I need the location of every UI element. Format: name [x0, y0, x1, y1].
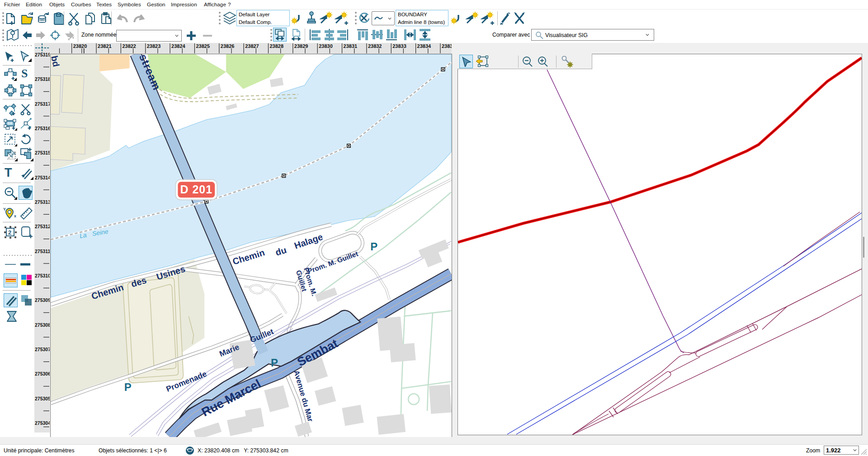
- svg-text:23826: 23826: [221, 43, 235, 49]
- svg-text:275312: 275312: [35, 224, 50, 229]
- svg-text:275305: 275305: [35, 396, 50, 401]
- svg-text:275316: 275316: [35, 126, 50, 131]
- svg-text:D 201: D 201: [180, 183, 213, 196]
- svg-text:275318: 275318: [35, 76, 50, 82]
- svg-text:Y: Y: [72, 36, 75, 40]
- svg-text:23829: 23829: [294, 43, 308, 49]
- svg-text:275314: 275314: [35, 175, 50, 180]
- svg-text:275310: 275310: [35, 273, 50, 278]
- svg-text:23824: 23824: [171, 43, 185, 49]
- svg-text:23833: 23833: [392, 43, 406, 49]
- svg-text:275319: 275319: [35, 53, 50, 57]
- svg-text:Y: Y: [3, 207, 6, 212]
- svg-text:275311: 275311: [35, 249, 50, 254]
- svg-text:23820: 23820: [73, 43, 87, 49]
- svg-text:23835: 23835: [442, 43, 452, 49]
- svg-text:23828: 23828: [270, 43, 284, 49]
- svg-text:275317: 275317: [35, 101, 50, 107]
- svg-text:275304: 275304: [35, 420, 50, 426]
- svg-text:bd: bd: [50, 55, 61, 67]
- svg-text:275306: 275306: [35, 371, 50, 376]
- svg-text:2: 2: [8, 229, 11, 236]
- svg-text:275308: 275308: [35, 322, 50, 328]
- svg-text:23822: 23822: [122, 43, 136, 49]
- svg-text:23823: 23823: [147, 43, 161, 49]
- svg-text:275315: 275315: [35, 150, 50, 155]
- svg-text:x: x: [68, 37, 70, 41]
- svg-text:23827: 23827: [245, 43, 259, 49]
- svg-text:23830: 23830: [319, 43, 333, 49]
- svg-text:23832: 23832: [368, 43, 382, 49]
- svg-text:23821: 23821: [98, 43, 112, 49]
- svg-text:275309: 275309: [35, 297, 50, 303]
- svg-text:23831: 23831: [344, 43, 358, 49]
- svg-text:23825: 23825: [196, 43, 210, 49]
- svg-text:r: r: [502, 22, 503, 25]
- svg-text:275313: 275313: [35, 199, 50, 205]
- svg-text:P: P: [370, 240, 377, 253]
- svg-text:275307: 275307: [35, 347, 50, 352]
- svg-text:23834: 23834: [417, 43, 431, 49]
- svg-text:P: P: [124, 381, 132, 393]
- svg-text:x: x: [14, 214, 16, 218]
- svg-text:P: P: [271, 357, 278, 369]
